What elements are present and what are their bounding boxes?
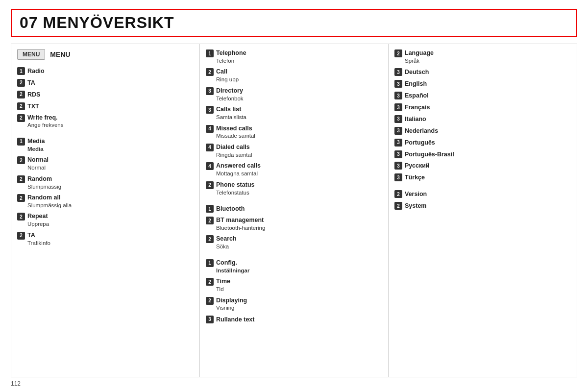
item-label: Français: [405, 104, 430, 111]
item-label: TXT: [27, 103, 39, 110]
list-item: 2 TA: [17, 78, 194, 87]
list-item: 3 Français: [394, 103, 571, 112]
item-sv: Telefonstatus: [216, 189, 255, 197]
item-sv: Normal: [27, 164, 49, 172]
item-sv: Telefon: [216, 57, 246, 65]
page: 07 MENYÖVERSIKT MENU MENU 1 Radio 2 TA 2…: [0, 0, 588, 392]
list-item: 4 Answered calls Mottagna samtal: [206, 162, 382, 177]
list-item: 1 Bluetooth: [206, 204, 382, 213]
list-item: 2 BT management Bluetooth-hantering: [206, 216, 382, 232]
item-en: Random: [27, 175, 61, 183]
list-item: 2 TA Trafikinfo: [17, 231, 194, 247]
item-label: Español: [405, 92, 429, 99]
list-item: 3 Calls list Samtalslista: [206, 105, 382, 121]
item-sv: Visning: [216, 304, 247, 312]
badge-2: 2: [394, 49, 402, 57]
item-sv: Ringda samtal: [216, 151, 252, 159]
item-label: System: [405, 202, 426, 209]
page-title: 07 MENYÖVERSIKT: [20, 14, 174, 32]
list-item: 3 Türkçe: [394, 173, 571, 182]
badge-3: 3: [206, 316, 214, 323]
list-item: 2 Version: [394, 190, 571, 198]
item-en: Answered calls: [216, 162, 261, 170]
item-en: Calls list: [216, 105, 246, 114]
list-item: 2 Random all Slumpmässig alla: [17, 194, 194, 209]
item-en: Language: [405, 49, 434, 57]
badge-2: 2: [206, 297, 214, 305]
badge-3: 3: [394, 80, 402, 88]
item-sv: Slumpmässig alla: [27, 202, 72, 210]
item-en: Missed calls: [216, 124, 255, 133]
item-label: Русский: [405, 162, 430, 169]
item-sv: Slumpmässig: [27, 183, 61, 191]
badge-3: 3: [394, 150, 402, 158]
badge-2: 2: [206, 181, 214, 189]
item-label: Italiano: [405, 116, 426, 122]
item-label: English: [405, 80, 427, 87]
list-item: 2 Displaying Visning: [206, 296, 382, 312]
column-3: 2 Language Språk 3 Deutsch 3 English 3 E…: [389, 44, 577, 377]
badge-2: 2: [17, 91, 25, 98]
item-sv: Missade samtal: [216, 132, 255, 140]
badge-2: 2: [17, 156, 25, 164]
item-sv: Söka: [216, 243, 237, 251]
list-item: 3 Nederlands: [394, 126, 571, 135]
list-item: 3 Русский: [394, 161, 571, 170]
item-en: Phone status: [216, 181, 255, 189]
item-label: Nederlands: [405, 127, 438, 134]
item-label: Bluetooth: [216, 205, 245, 212]
list-item: 2 TXT: [17, 102, 194, 111]
item-sv: Bluetooth-hantering: [216, 224, 265, 232]
badge-1: 1: [206, 205, 214, 213]
item-sv: Ange frekvens: [27, 122, 64, 129]
badge-3: 3: [394, 173, 402, 181]
item-en: Time: [216, 277, 230, 286]
item-label: Deutsch: [405, 69, 429, 75]
column-2: 1 Telephone Telefon 2 Call Ring upp 3 Di…: [200, 44, 389, 377]
list-item: 4 Dialed calls Ringda samtal: [206, 143, 382, 159]
spacer: [206, 254, 382, 259]
list-item: 2 Phone status Telefonstatus: [206, 181, 382, 196]
menu-label: MENU: [50, 50, 70, 58]
list-item: 2 Normal Normal: [17, 156, 194, 172]
item-sv: Telefonbok: [216, 95, 244, 103]
badge-4: 4: [206, 144, 214, 151]
menu-button[interactable]: MENU: [17, 49, 45, 60]
list-item: 1 Media Media: [17, 137, 194, 153]
item-en: TA: [27, 231, 50, 240]
item-en: Dialed calls: [216, 143, 252, 151]
list-item: 3 Deutsch: [394, 68, 571, 76]
spacer: [394, 185, 571, 190]
list-item: 3 Rullande text: [206, 315, 382, 324]
badge-2: 2: [206, 235, 214, 243]
item-sv: Mottagna samtal: [216, 170, 261, 178]
badge-3: 3: [206, 106, 214, 114]
column-1: MENU MENU 1 Radio 2 TA 2 RDS 2 TXT 2: [11, 44, 200, 377]
badge-2: 2: [17, 114, 25, 122]
list-item: 4 Missed calls Missade samtal: [206, 124, 382, 140]
list-item: 2 Language Språk: [394, 49, 571, 65]
badge-1: 1: [17, 67, 25, 75]
list-item: 2 RDS: [17, 90, 194, 99]
badge-2: 2: [206, 217, 214, 224]
list-item: 2 Call Ring upp: [206, 68, 382, 83]
spacer: [206, 199, 382, 204]
item-label: Português: [405, 139, 435, 146]
badge-3: 3: [394, 162, 402, 170]
item-label: RDS: [27, 91, 40, 98]
badge-1: 1: [17, 138, 25, 146]
badge-4: 4: [206, 162, 214, 170]
badge-2: 2: [17, 79, 25, 87]
list-item: 3 Português-Brasil: [394, 150, 571, 159]
page-number: 112: [11, 380, 577, 387]
item-en: Write freq.: [27, 114, 64, 122]
item-label: Rullande text: [216, 316, 255, 323]
badge-3: 3: [394, 92, 402, 99]
badge-3: 3: [394, 139, 402, 147]
item-sv: Tid: [216, 286, 230, 294]
item-sv: Samtalslista: [216, 114, 246, 122]
list-item: 3 Directory Telefonbok: [206, 87, 382, 102]
spacer: [17, 132, 194, 137]
list-item: 2 Search Söka: [206, 235, 382, 250]
list-item: 2 Write freq. Ange frekvens: [17, 114, 194, 129]
